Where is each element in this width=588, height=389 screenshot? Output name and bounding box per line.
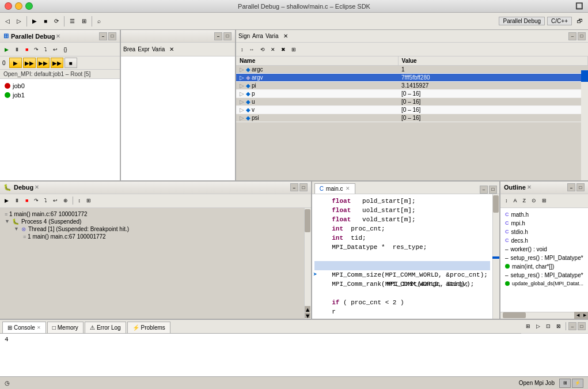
debug-stack-1[interactable]: ≡ 1 main() main.c:67 100001772	[2, 210, 309, 218]
debug-step-over[interactable]: ⤵	[42, 195, 50, 206]
outline-btn-1[interactable]: ↕	[503, 195, 510, 206]
outline-scroll-left[interactable]: ◀	[574, 312, 581, 319]
vars-row-p[interactable]: ▷◆p [0 – 16]	[236, 90, 588, 98]
outline-update[interactable]: update_global_ds(MPI_Datat...	[503, 280, 586, 288]
tab-varia[interactable]: Varia	[265, 33, 279, 39]
pd-step2-btn[interactable]: ⤵	[42, 44, 50, 55]
outline-min-btn[interactable]: –	[567, 183, 575, 191]
outline-stdio-h[interactable]: C stdio.h	[503, 228, 586, 236]
console-min-btn[interactable]: –	[568, 322, 576, 330]
outline-worker[interactable]: – worker() : void	[503, 245, 586, 254]
vars-btn-1[interactable]: ↕	[238, 44, 246, 55]
step-forward-2[interactable]: ▶▶	[23, 58, 36, 68]
outline-close[interactable]: ✕	[527, 184, 532, 190]
vars-row-psi[interactable]: ▷◆psi [0 – 16]	[236, 114, 588, 122]
code-tab-close[interactable]: ✕	[346, 186, 350, 191]
console-btn-1[interactable]: ⊞	[523, 321, 533, 331]
code-tab-main[interactable]: C main.c ✕	[314, 183, 355, 194]
vars-btn-6[interactable]: ⊞	[289, 44, 298, 55]
console-tab-memory[interactable]: □ Memory	[47, 322, 84, 333]
tab-arra[interactable]: Arra	[252, 33, 263, 39]
outline-scroll-right[interactable]: ▶	[581, 312, 588, 319]
debug-btn-8[interactable]: ⊞	[84, 195, 93, 206]
pd-maximize-btn[interactable]: □	[108, 32, 116, 40]
pd-close-x[interactable]: ✕	[56, 33, 60, 39]
pd-job0[interactable]: job0	[2, 81, 117, 90]
tab-brea[interactable]: Brea	[123, 46, 135, 52]
vars-row-v[interactable]: ▷◆v [0 – 16]	[236, 106, 588, 114]
toolbar-btn-2[interactable]: ▷	[14, 15, 24, 28]
thread-expand[interactable]: ▼	[14, 226, 19, 232]
vars-btn-5[interactable]: ✖	[279, 44, 288, 55]
pd-stop-btn[interactable]: ■	[23, 44, 31, 55]
code-min-btn[interactable]: –	[480, 186, 488, 194]
step-forward-3[interactable]: ▶▶	[37, 58, 50, 68]
outline-btn-2[interactable]: A	[511, 195, 519, 206]
step-forward-4[interactable]: ▶▶	[51, 58, 63, 68]
pd-job1[interactable]: job1	[2, 90, 117, 100]
vars-row-argc[interactable]: ▷◆argc 1	[236, 66, 588, 74]
console-btn-2[interactable]: ▷	[534, 321, 543, 331]
center-min-btn[interactable]: –	[214, 32, 222, 40]
toolbar-search[interactable]: ⌕	[94, 15, 104, 28]
debug-step-ret[interactable]: ↩	[51, 195, 60, 206]
step-stop[interactable]: ■	[65, 58, 77, 68]
console-tab-close[interactable]: ✕	[37, 325, 41, 330]
vars-btn-2[interactable]: ↔	[247, 44, 257, 55]
outline-math-h[interactable]: C math.h	[503, 210, 586, 219]
minimize-button[interactable]	[15, 2, 22, 10]
console-tab-errorlog[interactable]: ⚠ Error Log	[85, 322, 126, 333]
debug-drop-frame[interactable]: ⊕	[61, 195, 70, 206]
pd-play-btn[interactable]: ▶	[2, 44, 11, 55]
outline-decs-h[interactable]: C decs.h	[503, 236, 586, 245]
toolbar-restore[interactable]: 🗗	[574, 15, 586, 28]
console-btn-4[interactable]: ⊠	[554, 321, 563, 331]
code-editor[interactable]: float pold_start[m]; float uold_start[m]…	[312, 194, 492, 319]
vars-row-pi[interactable]: ▷◆pi 3.1415927	[236, 82, 588, 90]
debug-scroll-down[interactable]: ▲	[305, 306, 310, 312]
outline-max-btn[interactable]: □	[576, 183, 585, 191]
console-tab-console[interactable]: ⊞ Console ✕	[2, 322, 46, 333]
toolbar-play[interactable]: ▶	[29, 15, 40, 28]
outline-main[interactable]: main(int, char*[])	[503, 262, 586, 271]
debug-min-btn[interactable]: –	[290, 183, 298, 191]
debug-process[interactable]: ▼ 🐛 Process 4 (Suspended)	[2, 218, 309, 225]
pd-minimize-btn[interactable]: –	[99, 32, 107, 40]
debug-scroll-thumb[interactable]	[305, 209, 310, 232]
pd-btn-brace[interactable]: {}	[61, 44, 69, 55]
code-max-btn[interactable]: □	[489, 186, 497, 194]
tab-close[interactable]: ✕	[169, 46, 174, 52]
vars-scroll-thumb[interactable]	[581, 70, 588, 82]
debug-terminate-btn[interactable]: ■	[23, 195, 31, 206]
outline-mpi-h[interactable]: C mpi.h	[503, 219, 586, 228]
window-controls[interactable]	[5, 2, 33, 10]
pd-pause-btn[interactable]: ⏸	[12, 44, 22, 55]
vars-btn-4[interactable]: ✕	[268, 44, 278, 55]
debug-max-btn[interactable]: □	[299, 183, 308, 191]
step-forward-1[interactable]: ▶	[9, 58, 22, 68]
debug-step-into[interactable]: ↷	[32, 195, 41, 206]
outline-btn-3[interactable]: Z	[520, 195, 528, 206]
debug-resume-btn[interactable]: ▶	[2, 195, 11, 206]
center-max-btn[interactable]: □	[223, 32, 232, 40]
outline-btn-5[interactable]: ⊞	[540, 195, 549, 206]
console-btn-3[interactable]: ⊡	[544, 321, 553, 331]
toolbar-btn-3[interactable]: ⟳	[51, 15, 62, 28]
close-button[interactable]	[5, 2, 12, 10]
debug-scroll-up[interactable]: ▼	[305, 312, 310, 318]
vars-max-btn[interactable]: □	[578, 32, 586, 40]
status-btn-1[interactable]: ⊞	[559, 379, 571, 388]
status-btn-2[interactable]: ⚡	[572, 379, 583, 388]
debug-btn-7[interactable]: ↕	[75, 195, 83, 206]
pd-step-btn[interactable]: ↷	[32, 44, 41, 55]
tab-expr[interactable]: Expr	[138, 46, 150, 52]
vars-btn-3[interactable]: ⟲	[258, 44, 267, 55]
outline-hscroll-thumb[interactable]	[503, 312, 526, 318]
toolbar-btn-5[interactable]: ⊞	[79, 15, 89, 28]
code-scroll-thumb[interactable]	[493, 195, 499, 213]
toolbar-btn-4[interactable]: ☰	[67, 15, 78, 28]
outline-setup-res-2[interactable]: – setup_res() : MPI_Datatype*	[503, 271, 586, 280]
toolbar-btn-1[interactable]: ◁	[2, 15, 13, 28]
console-max-btn[interactable]: □	[578, 322, 586, 330]
vars-close[interactable]: ✕	[283, 33, 288, 39]
